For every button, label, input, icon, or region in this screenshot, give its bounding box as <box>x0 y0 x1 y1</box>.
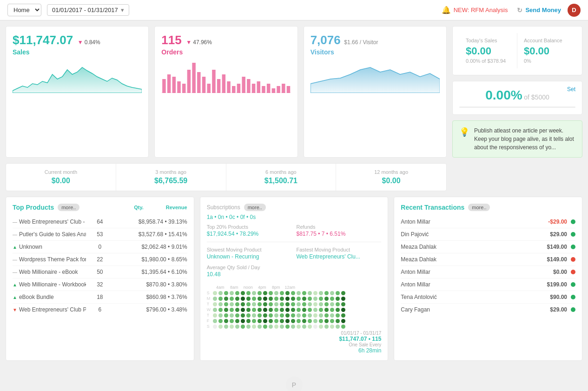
heatmap-dot <box>235 291 239 295</box>
product-name: — Web Millionaire - eBook <box>13 269 86 275</box>
refunds-value: $817.75 • 7 • 6.51% <box>296 231 381 237</box>
heatmap-day-label: S <box>207 291 211 295</box>
heatmap-dot <box>274 325 278 329</box>
heatmap-dot <box>324 308 329 312</box>
heatmap-dot <box>274 297 278 301</box>
heatmap-dot <box>308 313 312 318</box>
transaction-amount: -$29.00 <box>548 219 567 225</box>
heatmap-dot <box>218 313 223 318</box>
product-revenue: $8,958.74 • 39.13% <box>114 219 187 225</box>
heatmap-section: 4am 8am noon 4pm 8pm 12am SMTWTFS 01/01/… <box>207 285 382 354</box>
transaction-amount: $0.00 <box>553 269 567 275</box>
svg-rect-8 <box>202 77 205 93</box>
transaction-name: Anton Millar <box>401 281 547 288</box>
heatmap-dot <box>263 291 267 295</box>
refunds-label: Refunds <box>296 224 381 230</box>
orders-label: Orders <box>161 48 291 56</box>
svg-rect-5 <box>187 70 191 93</box>
trend-icon: ▲ <box>13 282 17 287</box>
heatmap-row: S <box>207 324 382 329</box>
heatmap-dot <box>252 291 256 295</box>
trend-icon: ▲ <box>13 295 17 300</box>
set-button[interactable]: Set <box>567 86 575 93</box>
heatmap-dot <box>235 313 239 318</box>
product-name: — Web Entrepreneurs' Club - A... <box>13 219 86 225</box>
transaction-row: Anton Millar $0.00 <box>401 266 575 278</box>
heatmap-dot <box>274 308 278 312</box>
visitors-card: 7,076 $1.66 / Visitor Visitors <box>304 26 447 158</box>
heatmap-row: F <box>207 318 382 323</box>
top-products-card: Top Products more.. Qty. Revenue — Web E… <box>6 197 194 361</box>
svg-rect-1 <box>167 74 171 93</box>
transactions-more-button[interactable]: more.. <box>468 204 490 211</box>
status-dot <box>571 270 575 274</box>
sales-account-card: Today's Sales $0.00 0.00% of $378.94 Acc… <box>452 26 582 75</box>
heatmap-dot <box>285 291 290 295</box>
heatmap-dot <box>297 291 301 295</box>
heatmap-dot <box>213 319 217 323</box>
today-sales-sub: 0.00% of $378.94 <box>466 58 510 64</box>
product-qty: 50 <box>86 269 114 275</box>
svg-rect-3 <box>178 81 181 93</box>
heatmap-dot <box>258 325 262 329</box>
heatmap-dot <box>230 325 234 329</box>
send-money-button[interactable]: ↻ Send Money <box>517 7 561 14</box>
avatar[interactable]: D <box>568 4 581 17</box>
svg-rect-7 <box>197 72 200 93</box>
transaction-row: Anton Millar -$29.00 <box>401 216 575 228</box>
product-row: ▲ Web Millionaire - Workbooks 32 $870.80… <box>13 278 187 291</box>
date-range-picker[interactable]: 01/01/2017 - 01/31/2017 ▾ <box>47 4 129 16</box>
heatmap-dot <box>241 319 245 323</box>
svg-rect-16 <box>242 77 245 93</box>
transaction-row: Meaza Dahlak $149.00 <box>401 241 575 253</box>
status-dot <box>571 295 575 299</box>
fastest-col: Fastest Moving Product Web Entrepreneurs… <box>296 247 381 260</box>
home-select[interactable]: Home <box>7 4 41 16</box>
heatmap-dot <box>308 319 312 323</box>
heatmap-dot <box>324 319 329 323</box>
goal-value: 0.00% <box>485 88 522 102</box>
heatmap-dot <box>336 297 340 301</box>
heatmap-grid: SMTWTFS <box>207 291 382 329</box>
heatmap-dot <box>308 297 312 301</box>
heatmap-dot <box>280 308 284 312</box>
trend-icon: — <box>13 219 17 225</box>
transaction-row: Meaza Dahlak $149.00 <box>401 253 575 266</box>
transaction-name: Din Pajović <box>401 231 550 238</box>
heatmap-dot <box>280 313 284 318</box>
arrow-down-icon: ▼ <box>186 39 192 46</box>
heatmap-dot <box>341 308 345 312</box>
goal-of: of $5000 <box>524 93 549 101</box>
heatmap-dot <box>213 291 217 295</box>
svg-rect-23 <box>277 86 280 93</box>
svg-rect-20 <box>262 86 265 93</box>
sales-change: ▼ 0.84% <box>78 39 100 46</box>
bottom-grid: Top Products more.. Qty. Revenue — Web E… <box>6 197 582 361</box>
six-months-label: 6 months ago <box>234 169 329 175</box>
top20-label: Top 20% Products <box>207 224 292 230</box>
heatmap-dot <box>269 291 273 295</box>
heatmap-duration: 6h 28min <box>358 347 381 354</box>
heatmap-dot <box>218 297 223 301</box>
heatmap-dot <box>269 313 273 318</box>
heatmap-dot <box>241 297 245 301</box>
transaction-name: Meaza Dahlak <box>401 256 547 263</box>
sales-header: $11,747.07 ▼ 0.84% <box>13 33 142 47</box>
orders-card: 115 ▼ 47.96% Orders <box>154 26 297 158</box>
heatmap-dot <box>258 297 262 301</box>
svg-rect-13 <box>227 81 231 93</box>
heatmap-dot <box>263 325 267 329</box>
subs-more-button[interactable]: more.. <box>244 204 266 211</box>
notification-banner[interactable]: 🔔 NEW: RFM Analysis <box>442 6 508 14</box>
heatmap-dot <box>291 291 295 295</box>
heatmap-dot <box>291 325 295 329</box>
transaction-amount: $90.00 <box>550 294 567 300</box>
qty-header: Qty. <box>134 205 144 210</box>
recent-transactions-card: Recent Transactions more.. Anton Millar … <box>394 197 582 361</box>
heatmap-dot <box>280 319 284 323</box>
heatmap-dot <box>246 313 251 318</box>
heatmap-dot <box>252 302 256 306</box>
products-more-button[interactable]: more.. <box>58 204 79 211</box>
subscriptions-section: Subscriptions more.. 1a • 0n • 0c • 0f •… <box>207 204 382 278</box>
heatmap-dot <box>241 308 245 312</box>
